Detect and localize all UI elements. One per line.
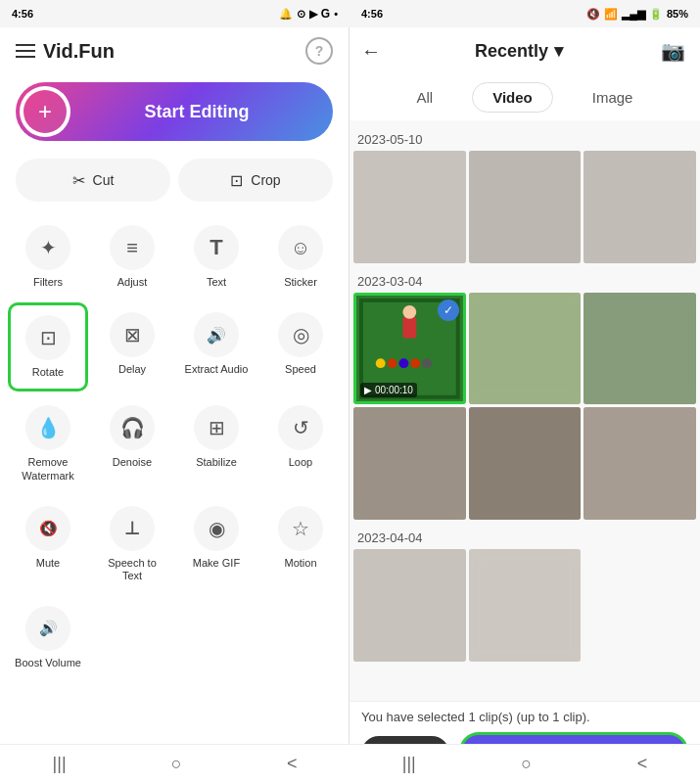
mute-icon: 🔇 bbox=[25, 506, 70, 551]
media-thumb-8[interactable] bbox=[469, 407, 582, 520]
make-gif-label: Make GIF bbox=[193, 557, 240, 570]
notification-icon: 🔔 bbox=[279, 8, 293, 21]
stabilize-icon: ⊞ bbox=[194, 405, 239, 450]
media-row-1 bbox=[353, 151, 696, 263]
privacy-blur bbox=[583, 407, 696, 520]
tab-all[interactable]: All bbox=[397, 83, 453, 112]
tab-video[interactable]: Video bbox=[472, 82, 553, 113]
nav-menu-icon-left[interactable]: ||| bbox=[53, 754, 67, 774]
stabilize-label: Stabilize bbox=[196, 456, 237, 469]
boost-volume-icon: 🔊 bbox=[25, 606, 70, 651]
cut-button[interactable]: ✂ Cut bbox=[16, 159, 170, 202]
tool-filters[interactable]: ✦ Filters bbox=[8, 215, 88, 299]
tool-boost-volume[interactable]: 🔊 Boost Volume bbox=[8, 596, 88, 679]
nav-menu-icon-right[interactable]: ||| bbox=[402, 754, 416, 774]
nav-home-icon-right[interactable]: ○ bbox=[521, 754, 532, 774]
video-duration: ▶ 00:00:10 bbox=[360, 383, 417, 397]
privacy-blur bbox=[469, 407, 582, 520]
mute-status-icon: 🔇 bbox=[586, 8, 600, 21]
speed-icon: ◎ bbox=[278, 312, 323, 357]
battery-text: 85% bbox=[667, 8, 688, 20]
nav-back-icon-left[interactable]: < bbox=[287, 754, 298, 774]
media-row-2: ✓ ▶ 00:00:10 bbox=[353, 293, 696, 405]
back-button[interactable]: ← bbox=[361, 40, 381, 63]
motion-label: Motion bbox=[284, 557, 316, 570]
remove-watermark-label: RemoveWatermark bbox=[22, 456, 73, 482]
left-panel: 4:56 🔔 ⊙ ▶ G • Vid.Fun ? + Start Editing… bbox=[0, 0, 350, 783]
tools-grid: ✦ Filters ≡ Adjust T Text ☺ Sticker ⊡ Ro… bbox=[0, 211, 349, 683]
tool-stabilize[interactable]: ⊞ Stabilize bbox=[176, 395, 257, 491]
cut-label: Cut bbox=[93, 172, 115, 188]
date-label-2: 2023-03-04 bbox=[353, 266, 696, 293]
text-icon: T bbox=[194, 225, 239, 270]
tool-sticker[interactable]: ☺ Sticker bbox=[260, 215, 341, 299]
media-thumb-5[interactable] bbox=[469, 293, 582, 405]
adjust-label: Adjust bbox=[117, 276, 148, 289]
date-label-1: 2023-05-10 bbox=[353, 124, 696, 151]
media-thumb-9[interactable] bbox=[583, 407, 696, 520]
tool-speech-to-text[interactable]: ⊥ Speech toText bbox=[92, 496, 172, 592]
make-gif-icon: ◉ bbox=[194, 506, 239, 551]
video-camera-icon: ▶ bbox=[364, 385, 372, 395]
hamburger-menu[interactable] bbox=[16, 44, 35, 58]
right-panel: 4:56 🔇 📶 ▂▄▆ 🔋 85% ← Recently ▾ 📷 All Vi… bbox=[350, 0, 700, 783]
media-thumb-7[interactable] bbox=[353, 407, 466, 520]
media-thumb-6[interactable] bbox=[583, 293, 696, 405]
media-row-3 bbox=[353, 407, 696, 520]
recently-label: Recently bbox=[475, 41, 548, 62]
extract-audio-label: Extract Audio bbox=[185, 363, 249, 376]
svg-point-5 bbox=[410, 358, 420, 368]
nav-back-icon-right[interactable]: < bbox=[637, 754, 648, 774]
privacy-blur bbox=[583, 293, 696, 405]
help-button[interactable]: ? bbox=[305, 37, 333, 65]
delay-label: Delay bbox=[118, 363, 146, 376]
speech-to-text-icon: ⊥ bbox=[110, 506, 155, 551]
boost-volume-label: Boost Volume bbox=[15, 657, 81, 669]
status-bar-right: 4:56 🔇 📶 ▂▄▆ 🔋 85% bbox=[350, 0, 700, 27]
media-thumb-3[interactable] bbox=[583, 151, 696, 263]
time-right: 4:56 bbox=[361, 8, 383, 20]
motion-icon: ☆ bbox=[278, 506, 323, 551]
tool-remove-watermark[interactable]: 💧 RemoveWatermark bbox=[8, 395, 88, 491]
recently-dropdown[interactable]: Recently ▾ bbox=[389, 40, 649, 62]
media-thumb-4-selected[interactable]: ✓ ▶ 00:00:10 bbox=[353, 293, 466, 405]
tool-denoise[interactable]: 🎧 Denoise bbox=[92, 395, 172, 491]
media-row-4 bbox=[353, 549, 696, 662]
svg-point-2 bbox=[376, 358, 386, 368]
camera-button[interactable]: 📷 bbox=[657, 35, 688, 67]
tool-extract-audio[interactable]: 🔊 Extract Audio bbox=[176, 302, 257, 392]
start-editing-label: Start Editing bbox=[70, 102, 333, 122]
tool-speed[interactable]: ◎ Speed bbox=[260, 302, 341, 392]
nav-home-icon-left[interactable]: ○ bbox=[171, 754, 182, 774]
media-thumb-10[interactable] bbox=[353, 549, 466, 662]
time-left: 4:56 bbox=[12, 8, 33, 20]
privacy-blur bbox=[469, 293, 582, 405]
tool-loop[interactable]: ↺ Loop bbox=[260, 395, 341, 491]
crop-button[interactable]: ⊡ Crop bbox=[178, 159, 333, 202]
play-icon: ▶ bbox=[309, 8, 317, 21]
media-scroll-area[interactable]: 2023-05-10 2023-03-04 bbox=[350, 120, 700, 701]
media-thumb-1[interactable] bbox=[353, 151, 466, 263]
tool-delay[interactable]: ⊠ Delay bbox=[92, 302, 172, 392]
tool-make-gif[interactable]: ◉ Make GIF bbox=[176, 496, 257, 592]
tool-mute[interactable]: 🔇 Mute bbox=[8, 496, 88, 592]
selection-check: ✓ bbox=[438, 299, 459, 321]
tool-text[interactable]: T Text bbox=[176, 215, 257, 299]
tool-motion[interactable]: ☆ Motion bbox=[260, 496, 341, 592]
media-thumb-2[interactable] bbox=[469, 151, 582, 263]
svg-point-6 bbox=[422, 358, 432, 368]
delay-icon: ⊠ bbox=[110, 312, 155, 357]
loop-icon: ↺ bbox=[278, 405, 323, 450]
app-logo: Vid.Fun bbox=[43, 40, 115, 63]
tool-rotate[interactable]: ⊡ Rotate bbox=[8, 302, 88, 392]
start-editing-button[interactable]: + Start Editing bbox=[16, 82, 333, 141]
media-thumb-11[interactable] bbox=[469, 549, 582, 662]
loop-label: Loop bbox=[289, 456, 312, 469]
dropdown-chevron-icon: ▾ bbox=[554, 40, 563, 62]
tool-adjust[interactable]: ≡ Adjust bbox=[92, 215, 172, 299]
left-header: Vid.Fun ? bbox=[0, 27, 349, 74]
duration-text: 00:00:10 bbox=[375, 385, 413, 395]
sticker-label: Sticker bbox=[284, 276, 317, 289]
remove-watermark-icon: 💧 bbox=[25, 405, 70, 450]
tab-image[interactable]: Image bbox=[573, 83, 653, 112]
